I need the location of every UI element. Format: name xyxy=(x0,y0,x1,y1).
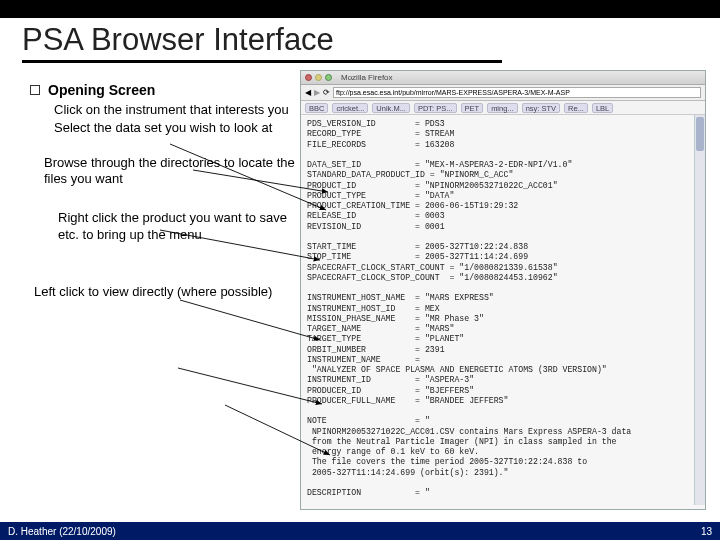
window-titlebar: Mozilla Firefox xyxy=(301,71,705,85)
vertical-scrollbar[interactable] xyxy=(694,115,705,505)
bookmark-item[interactable]: Unik.M... xyxy=(372,103,410,113)
zoom-icon xyxy=(325,74,332,81)
bookmark-item[interactable]: ming... xyxy=(487,103,518,113)
slide-title: PSA Browser Interface xyxy=(22,22,502,63)
window-title: Mozilla Firefox xyxy=(341,73,393,82)
paragraph-leftclick: Left click to view directly (where possi… xyxy=(34,284,300,301)
bookmark-item[interactable]: PET xyxy=(461,103,484,113)
slide-footer: D. Heather (22/10/2009) 13 xyxy=(0,522,720,540)
address-bar-row: ◀ ▶ ⟳ xyxy=(301,85,705,101)
top-black-bar xyxy=(0,0,720,18)
close-icon xyxy=(305,74,312,81)
minimize-icon xyxy=(315,74,322,81)
bookmark-item[interactable]: Re... xyxy=(564,103,588,113)
bullet-heading: Opening Screen xyxy=(48,82,155,98)
page-number: 13 xyxy=(701,526,712,537)
bookmark-item[interactable]: PDT: PS... xyxy=(414,103,457,113)
scrollbar-thumb[interactable] xyxy=(696,117,704,151)
bullet-marker xyxy=(30,85,40,95)
slide-body: Opening Screen Click on the instrument t… xyxy=(30,82,300,301)
sub-bullet-1: Click on the instrument that interests y… xyxy=(54,102,300,118)
bookmark-bar: BBC cricket... Unik.M... PDT: PS... PET … xyxy=(301,101,705,115)
bookmark-item[interactable]: LBL xyxy=(592,103,613,113)
url-input[interactable] xyxy=(333,87,701,98)
footer-author: D. Heather (22/10/2009) xyxy=(8,526,116,537)
paragraph-browse: Browse through the directories to locate… xyxy=(44,155,300,189)
svg-line-3 xyxy=(180,300,320,340)
file-contents: PDS_VERSION_ID = PDS3 RECORD_TYPE = STRE… xyxy=(301,115,705,495)
browser-screenshot: Mozilla Firefox ◀ ▶ ⟳ BBC cricket... Uni… xyxy=(300,70,706,510)
back-icon: ◀ xyxy=(305,88,311,97)
bookmark-item[interactable]: cricket... xyxy=(332,103,368,113)
forward-icon: ▶ xyxy=(314,88,320,97)
reload-icon: ⟳ xyxy=(323,88,330,97)
sub-bullet-2: Select the data set you wish to look at xyxy=(54,120,300,136)
bookmark-item[interactable]: nsy: STV xyxy=(522,103,560,113)
paragraph-rightclick: Right click the product you want to save… xyxy=(58,210,300,244)
bookmark-item[interactable]: BBC xyxy=(305,103,328,113)
